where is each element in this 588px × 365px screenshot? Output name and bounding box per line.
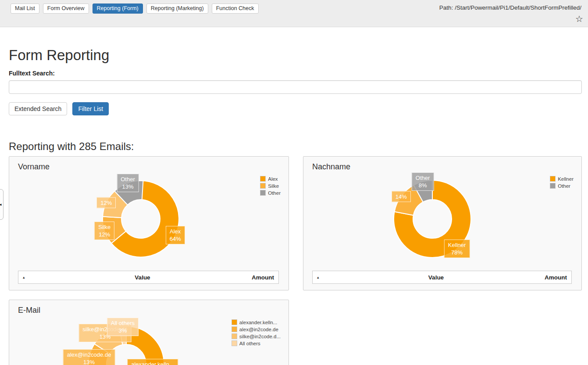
chart-table-header: ▴ Value Amount [312,271,572,284]
chart-legend: AlexSilkeOther [260,176,281,197]
legend-label: Kellner [558,176,574,182]
legend-label: Other [558,183,570,189]
fulltext-search-input[interactable] [9,80,582,94]
charts-area: Vorname Alex64%Silke12%12%Other13% AlexS… [9,156,582,365]
legend-swatch [260,190,266,196]
legend-item: Silke [260,183,281,189]
legend-item: Other [550,183,574,189]
legend-label: Other [268,190,281,196]
legend-label: Alex [268,176,278,182]
page-title: Form Reporting [9,47,588,63]
top-function-bar: Mail ListForm OverviewReporting (Form)Re… [0,0,588,27]
legend-label: Silke [268,183,279,189]
arrow-left-icon: ◄ [0,203,2,207]
chart-legend: alexander.kelln...alex@in2code.desilke@i… [232,319,281,347]
chart-panel-vorname: Vorname Alex64%Silke12%12%Other13% AlexS… [9,156,289,290]
column-header-value[interactable]: Value [328,274,545,281]
sort-asc-icon[interactable]: ▴ [23,275,33,279]
chart-panel-nachname: Nachname Kellner78%14%Other8% KellnerOth… [303,156,582,290]
legend-item: alex@in2code.de [232,326,281,332]
legend-item: Kellner [550,176,574,182]
legend-label: All others [239,341,260,346]
legend-item: Alex [260,176,281,182]
donut-chart-nachname [303,157,581,290]
search-actions: Extended Search Filter List [9,102,588,115]
function-tabs: Mail ListForm OverviewReporting (Form)Re… [11,4,259,14]
section-heading: Reporting with 285 Emails: [9,140,588,153]
tab-reporting-form[interactable]: Reporting (Form) [93,4,143,14]
donut-chart-vorname [9,157,289,290]
legend-swatch [260,183,266,189]
filter-list-button[interactable]: Filter List [72,102,109,115]
fulltext-search-label: Fulltext Search: [9,70,588,77]
tab-mail-list[interactable]: Mail List [11,4,39,14]
legend-item: All others [232,340,281,346]
breadcrumb-path: Path: /Start/Powermail/Pi1/Default/Short… [439,4,581,11]
legend-swatch [232,333,237,339]
tab-function-check[interactable]: Function Check [212,4,259,14]
legend-label: alexander.kelln... [239,320,277,325]
tab-form-overview[interactable]: Form Overview [43,4,89,14]
column-header-amount[interactable]: Amount [252,274,274,281]
legend-swatch [232,319,237,325]
chart-panel-email: E-Mail alexander.kelln...71%alex@in2code… [9,300,289,365]
chart-legend: KellnerOther [550,176,574,190]
bookmark-star-icon[interactable]: ☆ [575,14,583,23]
legend-label: alex@in2code.de [239,327,278,332]
column-header-value[interactable]: Value [33,274,252,281]
chart-table-header: ▴ Value Amount [18,271,279,284]
legend-swatch [260,176,266,182]
legend-swatch [550,183,556,189]
tab-reporting-marketing[interactable]: Reporting (Marketing) [146,4,208,14]
column-header-amount[interactable]: Amount [545,274,567,281]
legend-item: alexander.kelln... [232,319,281,325]
legend-item: Other [260,190,281,196]
sidebar-collapse-handle[interactable]: ◄ [0,189,4,220]
legend-item: silke@in2code.d... [232,333,281,339]
legend-label: silke@in2code.d... [239,334,281,339]
extended-search-button[interactable]: Extended Search [9,102,67,115]
legend-swatch [232,326,237,332]
sort-asc-icon[interactable]: ▴ [317,275,328,279]
legend-swatch [550,176,556,182]
legend-swatch [232,340,237,346]
